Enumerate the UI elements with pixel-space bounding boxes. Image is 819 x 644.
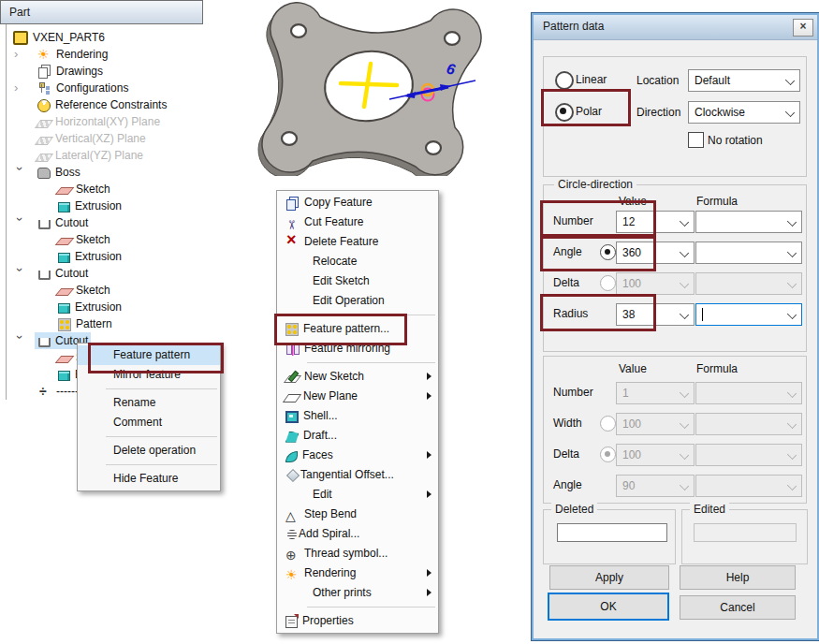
width-radio[interactable] bbox=[600, 416, 616, 432]
tree-item-body[interactable]: Sketch bbox=[55, 231, 113, 248]
menu-item-edit-sketch[interactable]: Edit Sketch bbox=[277, 271, 438, 291]
menu-item-edit-operation[interactable]: Edit Operation bbox=[277, 291, 438, 311]
tree-item-extrusion[interactable]: Extrusion bbox=[7, 198, 203, 214]
collapse-icon[interactable]: › bbox=[11, 268, 28, 279]
tree-item-drawings[interactable]: Drawings bbox=[7, 63, 203, 80]
tree-item-body[interactable]: Rendering bbox=[35, 46, 110, 63]
tree-item-horizontal-xy-plane[interactable]: Horizontal(XY) Plane bbox=[7, 113, 203, 130]
tree-item-body[interactable]: Cutout bbox=[35, 265, 91, 282]
delta-radio[interactable] bbox=[600, 446, 616, 462]
tree-item-body[interactable]: Cutout bbox=[35, 214, 91, 231]
menu-item-draft[interactable]: Draft... bbox=[277, 426, 438, 446]
number-value-combo[interactable]: 12 bbox=[616, 211, 695, 233]
menu-item-new-sketch[interactable]: New Sketch bbox=[277, 367, 438, 387]
menu-item-rendering[interactable]: Rendering bbox=[277, 564, 438, 583]
cancel-button[interactable]: Cancel bbox=[680, 595, 796, 620]
tree-item-body[interactable]: Extrusion bbox=[55, 198, 124, 214]
tree-item-sketch[interactable]: Sketch bbox=[7, 282, 203, 299]
tree-item-body[interactable]: Vertical(XZ) Plane bbox=[35, 130, 149, 147]
delta-radio[interactable] bbox=[600, 275, 616, 291]
tree-item-pattern[interactable]: Pattern bbox=[7, 315, 203, 332]
collapse-icon[interactable]: › bbox=[11, 335, 28, 346]
collapse-icon[interactable]: › bbox=[11, 167, 28, 178]
tree-item-sketch[interactable]: Sketch bbox=[7, 181, 203, 198]
tree-item-body[interactable]: Sketch bbox=[55, 282, 113, 299]
apply-button[interactable]: Apply bbox=[549, 565, 669, 590]
menu-item-tangential-offset[interactable]: Tangential Offset... bbox=[277, 465, 438, 485]
ok-button[interactable]: OK bbox=[548, 593, 669, 621]
radius-formula-combo[interactable] bbox=[695, 303, 802, 326]
menu-item-delete-operation[interactable]: Delete operation bbox=[78, 441, 220, 461]
edited-label: Edited bbox=[690, 503, 729, 516]
help-button[interactable]: Help bbox=[680, 565, 796, 590]
menu-item-add-spiral[interactable]: Add Spiral... bbox=[277, 524, 438, 544]
tree-item-body[interactable]: Configurations bbox=[35, 80, 131, 96]
angle-radio[interactable] bbox=[600, 244, 616, 260]
angle-formula-combo[interactable] bbox=[695, 242, 802, 264]
tree-item-body[interactable]: Horizontal(XY) Plane bbox=[35, 113, 163, 130]
cutout-icon bbox=[38, 271, 51, 280]
polar-radio[interactable] bbox=[555, 103, 574, 122]
tree-item-body[interactable]: Lateral(YZ) Plane bbox=[35, 147, 146, 164]
tree-item-rendering[interactable]: ›Rendering bbox=[7, 46, 203, 63]
plane-icon bbox=[35, 120, 53, 128]
tree-item-body[interactable]: Pattern bbox=[55, 315, 115, 332]
menu-item-new-plane[interactable]: New Plane bbox=[277, 387, 438, 406]
menu-item-hide-feature[interactable]: Hide Feature bbox=[78, 469, 220, 489]
tree-item-reference-constraints[interactable]: Reference Constraints bbox=[7, 96, 203, 113]
menu-item-faces[interactable]: Faces bbox=[277, 446, 438, 465]
menu-item-other-prints[interactable]: Other prints bbox=[277, 583, 438, 603]
tree-item-extrusion[interactable]: Extrusion bbox=[7, 248, 203, 265]
no-rotation-checkbox[interactable] bbox=[688, 132, 704, 148]
tree-item-vertical-xz-plane[interactable]: Vertical(XZ) Plane bbox=[7, 130, 203, 147]
part-viewport[interactable]: 6 bbox=[255, 2, 494, 176]
tree-item-boss[interactable]: ›Boss bbox=[7, 164, 203, 181]
menu-item-copy-feature[interactable]: Copy Feature bbox=[277, 193, 438, 212]
menu-item-feature-pattern[interactable]: Feature pattern bbox=[78, 345, 220, 365]
menu-item-edit[interactable]: Edit bbox=[277, 485, 438, 505]
menu-item-delete-feature[interactable]: Delete Feature bbox=[277, 232, 438, 252]
menu-item-rename[interactable]: Rename bbox=[78, 393, 220, 413]
tree-item-body[interactable]: Drawings bbox=[35, 63, 106, 80]
deleted-input[interactable] bbox=[557, 523, 667, 542]
tree-item-cutout[interactable]: ›Cutout bbox=[7, 265, 203, 282]
menu-item-mirror-feature[interactable]: Mirror feature bbox=[78, 365, 220, 385]
tree-item-body[interactable]: Boss bbox=[35, 164, 83, 181]
menu-item-label: Edit Sketch bbox=[313, 271, 425, 291]
tree-item-extrusion[interactable]: Extrusion bbox=[7, 299, 203, 315]
dialog-titlebar[interactable]: Pattern data × bbox=[534, 15, 817, 40]
linear-radio[interactable] bbox=[555, 71, 574, 90]
menu-item-feature-mirroring[interactable]: Feature mirroring bbox=[277, 339, 438, 359]
tree-item-cutout[interactable]: ›Cutout bbox=[7, 214, 203, 231]
faces-icon bbox=[285, 451, 298, 462]
radius-value-combo[interactable]: 38 bbox=[616, 303, 695, 326]
number-value: 12 bbox=[622, 215, 635, 228]
location-select[interactable]: Default bbox=[688, 69, 800, 92]
menu-item-cut-feature[interactable]: Cut Feature bbox=[277, 212, 438, 232]
menu-item-comment[interactable]: Comment bbox=[78, 413, 220, 432]
angle-value-combo[interactable]: 360 bbox=[616, 242, 695, 264]
collapse-icon[interactable]: › bbox=[11, 217, 28, 228]
menu-item-relocate[interactable]: Relocate bbox=[277, 252, 438, 271]
tree-item-body[interactable]: Reference Constraints bbox=[35, 96, 169, 113]
tree-item-lateral-yz-plane[interactable]: Lateral(YZ) Plane bbox=[7, 147, 203, 164]
tree-item-sketch[interactable]: Sketch bbox=[7, 231, 203, 248]
tree-item-vxen-part6[interactable]: VXEN_PART6 bbox=[7, 29, 203, 46]
tree-item-body[interactable]: Extrusion bbox=[55, 248, 124, 265]
tree-item-label: Sketch bbox=[76, 181, 110, 198]
menu-item-thread-symbol[interactable]: Thread symbol... bbox=[277, 544, 438, 564]
tree-item-configurations[interactable]: ›Configurations bbox=[7, 80, 203, 96]
close-icon[interactable]: × bbox=[793, 19, 813, 37]
menu-item-feature-pattern[interactable]: Feature pattern... bbox=[277, 319, 438, 339]
menu-item-properties[interactable]: Properties bbox=[277, 611, 438, 631]
tree-item-body[interactable]: Extrusion bbox=[55, 299, 124, 315]
direction-select[interactable]: Clockwise bbox=[688, 101, 800, 124]
menu-item-label: Thread symbol... bbox=[304, 544, 425, 564]
menu-item-step-bend[interactable]: Step Bend bbox=[277, 505, 438, 524]
tree-item-body[interactable]: Sketch bbox=[55, 181, 113, 198]
tree-item-body[interactable]: VXEN_PART6 bbox=[10, 29, 108, 46]
expand-icon[interactable]: › bbox=[14, 46, 25, 63]
menu-item-shell[interactable]: Shell... bbox=[277, 406, 438, 426]
number-formula-combo[interactable] bbox=[695, 211, 802, 233]
expand-icon[interactable]: › bbox=[14, 80, 25, 96]
